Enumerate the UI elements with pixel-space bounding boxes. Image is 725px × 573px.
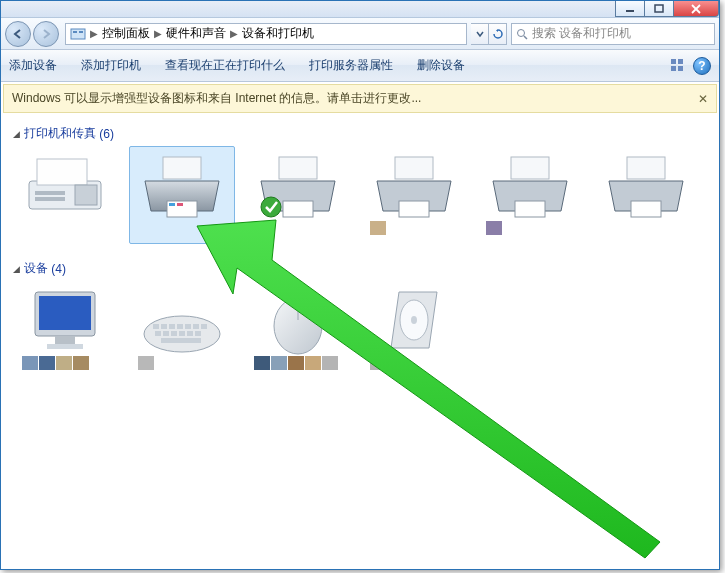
svg-rect-48 [195, 331, 201, 336]
titlebar [1, 1, 719, 18]
svg-line-8 [524, 36, 527, 39]
back-button[interactable] [5, 21, 31, 47]
svg-rect-16 [35, 191, 65, 195]
svg-rect-25 [395, 157, 433, 179]
device-printer[interactable] [477, 146, 583, 244]
group-header-devices[interactable]: ◢ 设备 (4) [13, 260, 707, 277]
minimize-button[interactable] [615, 1, 645, 17]
svg-rect-10 [678, 59, 683, 64]
group-label: 设备 [24, 260, 48, 277]
search-icon [516, 28, 528, 40]
group-header-printers[interactable]: ◢ 打印机和传真 (6) [13, 125, 707, 142]
svg-rect-12 [678, 66, 683, 71]
monitor-icon [23, 286, 109, 356]
svg-rect-17 [35, 197, 65, 201]
navigation-bar: ▶ 控制面板 ▶ 硬件和声音 ▶ 设备和打印机 搜索 设备和打印机 [1, 18, 719, 50]
control-panel-icon [70, 26, 86, 42]
drive-icon [371, 286, 457, 356]
svg-rect-27 [511, 157, 549, 179]
crumb-devices-printers[interactable]: 设备和打印机 [242, 25, 314, 42]
command-bar: 添加设备 添加打印机 查看现在正在打印什么 打印服务器属性 删除设备 ? [1, 50, 719, 82]
svg-rect-15 [75, 185, 97, 205]
chevron-right-icon: ▶ [230, 28, 238, 39]
device-mouse[interactable] [245, 281, 351, 379]
svg-rect-29 [627, 157, 665, 179]
device-drive[interactable] [361, 281, 467, 379]
svg-rect-26 [399, 201, 429, 217]
group-label: 打印机和传真 [24, 125, 96, 142]
svg-rect-4 [71, 29, 85, 39]
add-device-command[interactable]: 添加设备 [9, 57, 57, 74]
svg-rect-30 [631, 201, 661, 217]
refresh-button[interactable] [489, 23, 507, 45]
printer-icon [371, 151, 457, 221]
close-button[interactable] [673, 1, 719, 17]
svg-rect-40 [185, 324, 191, 329]
chevron-right-icon: ▶ [154, 28, 162, 39]
breadcrumb[interactable]: ▶ 控制面板 ▶ 硬件和声音 ▶ 设备和打印机 [65, 23, 467, 45]
svg-point-53 [411, 316, 417, 324]
add-printer-command[interactable]: 添加打印机 [81, 57, 141, 74]
svg-rect-28 [515, 201, 545, 217]
crumb-control-panel[interactable]: 控制面板 [102, 25, 150, 42]
device-printer[interactable] [593, 146, 699, 244]
fax-icon [23, 151, 109, 221]
search-input[interactable]: 搜索 设备和打印机 [511, 23, 715, 45]
svg-rect-37 [161, 324, 167, 329]
collapse-icon: ◢ [13, 129, 20, 139]
svg-rect-22 [279, 157, 317, 179]
info-bar[interactable]: Windows 可以显示增强型设备图标和来自 Internet 的信息。请单击进… [3, 84, 717, 113]
svg-rect-11 [671, 66, 676, 71]
search-placeholder: 搜索 设备和打印机 [532, 25, 631, 42]
printer-icon [255, 151, 341, 221]
svg-rect-38 [169, 324, 175, 329]
svg-rect-23 [283, 201, 313, 217]
svg-rect-36 [153, 324, 159, 329]
svg-rect-33 [55, 336, 75, 344]
svg-point-7 [518, 29, 525, 36]
svg-rect-44 [163, 331, 169, 336]
view-options-icon[interactable] [669, 57, 687, 75]
keyboard-icon [139, 286, 225, 356]
content-pane: ◢ 打印机和传真 (6) [1, 115, 719, 383]
remove-device-command[interactable]: 删除设备 [417, 57, 465, 74]
view-printing-command[interactable]: 查看现在正在打印什么 [165, 57, 285, 74]
printer-icon [603, 151, 689, 221]
mouse-icon [255, 286, 341, 356]
group-count: (6) [99, 127, 114, 141]
svg-rect-34 [47, 344, 83, 349]
svg-rect-6 [79, 31, 83, 33]
svg-rect-20 [169, 203, 175, 206]
device-fax[interactable] [13, 146, 119, 244]
info-bar-close[interactable]: ✕ [698, 92, 708, 106]
svg-rect-46 [179, 331, 185, 336]
svg-rect-18 [163, 157, 201, 179]
devices-row [13, 281, 707, 379]
svg-rect-1 [655, 5, 663, 12]
svg-rect-5 [73, 31, 77, 33]
svg-rect-47 [187, 331, 193, 336]
device-printer[interactable] [361, 146, 467, 244]
svg-rect-14 [37, 159, 87, 185]
svg-rect-49 [161, 338, 201, 343]
printers-row [13, 146, 707, 244]
svg-rect-39 [177, 324, 183, 329]
device-keyboard[interactable] [129, 281, 235, 379]
svg-rect-21 [177, 203, 183, 206]
svg-rect-42 [201, 324, 207, 329]
chevron-right-icon: ▶ [90, 28, 98, 39]
printer-icon [139, 151, 225, 221]
crumb-hardware-sound[interactable]: 硬件和声音 [166, 25, 226, 42]
help-button[interactable]: ? [693, 57, 711, 75]
device-computer[interactable] [13, 281, 119, 379]
breadcrumb-dropdown[interactable] [471, 23, 489, 45]
print-server-props-command[interactable]: 打印服务器属性 [309, 57, 393, 74]
svg-rect-41 [193, 324, 199, 329]
svg-point-24 [261, 197, 281, 217]
device-printer-default[interactable] [245, 146, 351, 244]
svg-rect-45 [171, 331, 177, 336]
forward-button[interactable] [33, 21, 59, 47]
svg-rect-43 [155, 331, 161, 336]
device-printer-selected[interactable] [129, 146, 235, 244]
maximize-button[interactable] [644, 1, 674, 17]
